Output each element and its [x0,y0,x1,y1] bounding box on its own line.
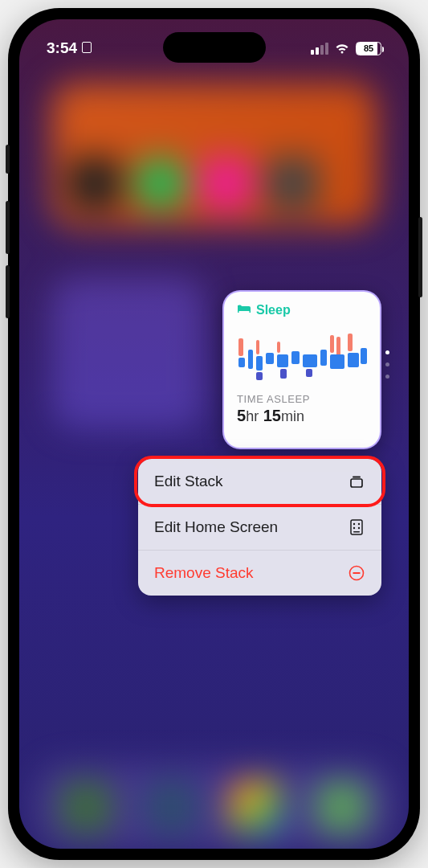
widget-title: Sleep [256,303,291,317]
svg-rect-7 [277,342,280,353]
svg-rect-15 [336,337,340,356]
svg-rect-2 [248,350,253,369]
volume-down-button [6,265,10,318]
portrait-lock-icon [82,42,92,53]
svg-rect-3 [256,340,259,354]
svg-rect-8 [277,354,288,367]
wifi-icon [334,43,350,55]
svg-rect-1 [238,358,245,367]
svg-point-24 [358,523,360,525]
menu-label: Edit Stack [154,473,223,490]
svg-rect-12 [306,369,312,377]
svg-rect-5 [256,372,263,380]
svg-rect-4 [256,356,263,371]
edit-home-screen-button[interactable]: Edit Home Screen [138,505,381,551]
svg-rect-11 [303,354,317,367]
menu-label: Remove Stack [154,564,254,582]
svg-rect-16 [330,354,344,369]
sleep-widget[interactable]: Sleep [222,290,381,449]
svg-rect-17 [348,334,353,351]
svg-rect-10 [291,351,300,364]
phone-frame: 3:54 85 [8,8,420,860]
widget-context-menu: Edit Stack Edit Home Screen Remove Stack [138,459,381,596]
stack-icon [348,474,365,489]
bed-icon [237,303,251,317]
svg-rect-21 [353,477,361,478]
cellular-signal-icon [311,43,328,55]
volume-up-button [6,201,10,254]
remove-stack-button[interactable]: Remove Stack [138,551,381,596]
svg-rect-18 [348,353,359,367]
edit-stack-button[interactable]: Edit Stack [138,459,381,505]
time-asleep-label: TIME ASLEEP [237,393,367,405]
svg-rect-13 [320,350,327,366]
power-button [418,217,422,297]
svg-rect-27 [353,531,360,533]
dynamic-island [163,32,266,63]
apps-grid-icon [348,519,365,535]
svg-point-23 [353,523,355,525]
svg-rect-6 [266,353,274,364]
svg-rect-19 [361,348,367,364]
screen: 3:54 85 [19,19,409,849]
svg-point-26 [358,527,360,529]
sleep-chart [237,324,367,385]
svg-point-25 [353,527,355,529]
remove-icon [348,565,365,581]
svg-rect-9 [280,369,287,379]
battery-indicator: 85 [356,42,381,55]
status-time: 3:54 [47,39,77,57]
silent-switch [6,145,10,174]
svg-rect-14 [330,335,334,353]
svg-rect-20 [351,479,362,487]
menu-label: Edit Home Screen [154,518,278,536]
svg-rect-0 [238,338,243,356]
stack-page-indicator [385,350,389,379]
time-asleep-value: 5hr 15min [237,407,367,425]
